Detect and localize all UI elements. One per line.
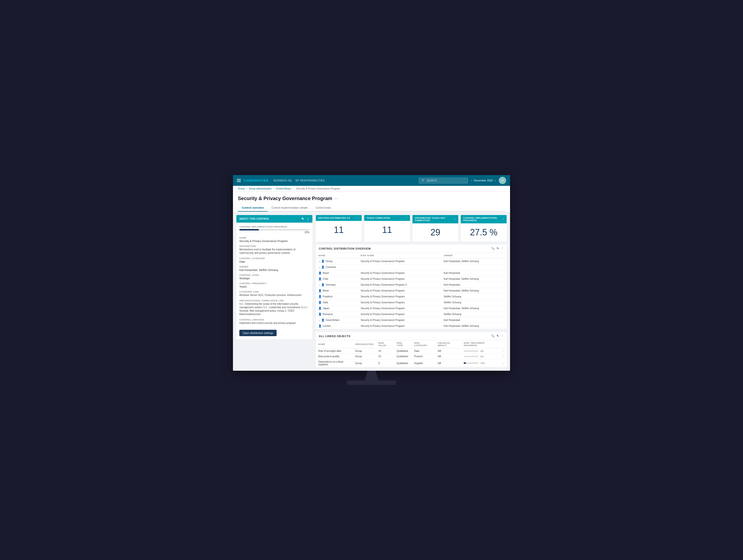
about-card: ABOUT THIS CONTROL ✎ ⋮ CONTROL IMPLEMENT…	[236, 215, 312, 339]
dist-search-icon[interactable]: 🔍	[491, 247, 495, 250]
field-frequency: CONTROL FREQUENCY Yearly	[239, 282, 309, 288]
about-edit-btn[interactable]: ✎	[301, 217, 304, 221]
main-area: ABOUT THIS CONTROL ✎ ⋮ CONTROL IMPLEMENT…	[233, 212, 510, 371]
about-card-actions: ✎ ⋮	[301, 217, 309, 221]
dist-row-risk: Security & Privacy Governance Program	[358, 323, 441, 329]
chevron-icon[interactable]: ⌄	[318, 284, 320, 286]
dist-row-name: Romania	[323, 313, 333, 315]
search-icon: 🔍	[422, 179, 425, 182]
dist-table-row: 👤Frankfurt Security & Privacy Governance…	[316, 294, 507, 300]
linked-options-icon[interactable]: ⋮	[501, 335, 504, 338]
tab-control-implementation[interactable]: Control implementation details	[267, 204, 312, 212]
linked-col-org: ORGANIZATION	[353, 340, 376, 348]
linked-row-name: Bad product-quality	[316, 354, 353, 359]
linked-col-progress: RISK TREATMENT PROGRESS	[461, 340, 499, 348]
page-options-btn[interactable]: ⋯	[334, 196, 338, 201]
dist-row-risk: Security & Privacy Governance Program 3	[358, 282, 441, 288]
field-org-compliance-value: 4.3 - Determining the scope of the infor…	[239, 302, 309, 316]
chevron-icon[interactable]: ⌄	[318, 260, 320, 263]
dist-row-owner: Steffen Schuerg	[441, 300, 507, 305]
nav-links: BUSINESS HQ MY RESPONSIBILITIES	[273, 179, 419, 182]
linked-row-name: Risk of wrongful data	[316, 348, 353, 354]
linked-table-row: Risk of wrongful data Group 16 Qualitati…	[316, 348, 507, 354]
stat-entities-options[interactable]: ⋮	[357, 217, 359, 219]
dist-row-name: Group	[325, 260, 333, 263]
dist-options-icon[interactable]: ⋮	[501, 247, 504, 250]
about-card-title: ABOUT THIS CONTROL	[239, 217, 269, 220]
linked-table-row: Dependency on critical suppliers Group 9…	[316, 359, 507, 367]
field-desc-label: DESCRIPTION	[239, 245, 309, 247]
distribution-header: CONTROL DISTRIBUTION OVERVIEW 🔍 ✎ ⋮	[316, 245, 507, 253]
field-level: CONTROL LEVEL Strategic	[239, 274, 309, 280]
linked-table-row: Bad product-quality Group 15 Qualitative…	[316, 354, 507, 359]
tab-control-overview[interactable]: Control overview	[238, 204, 267, 212]
dist-row-name: Countries	[325, 266, 336, 268]
linked-row-progress-fill	[464, 362, 466, 364]
field-cat-link-value: Windows Server 2012, Production process,…	[239, 294, 309, 297]
search-bar[interactable]: 🔍 SEARCH	[419, 178, 468, 183]
prev-date-btn[interactable]: ‹	[471, 179, 472, 182]
breadcrumb-control-library[interactable]: Control library	[276, 187, 291, 190]
org-icon: 👤	[318, 301, 322, 304]
linked-row-category: Product	[412, 354, 435, 359]
field-org-compliance-label: ORGANIZATIONAL COMPLIANCE LINK	[239, 299, 309, 302]
linked-title: ALL LINKED OBJECTS	[319, 335, 350, 338]
hamburger-menu[interactable]	[237, 179, 241, 182]
linked-row-options[interactable]: ⋮	[499, 348, 507, 354]
chevron-icon[interactable]: ⌄	[318, 266, 320, 268]
stat-completed-value: 11	[364, 221, 410, 239]
linked-objects-card: ALL LINKED OBJECTS 🔍 ✎ ⋮ NAME ORGANIZATI…	[316, 332, 507, 367]
linked-col-impact: FINANCIAL IMPACT	[435, 340, 461, 348]
progress-section: CONTROL IMPLEMENTATION PROGRESS 28%	[239, 225, 309, 234]
dist-row-name: Japan	[323, 307, 329, 310]
dist-table-row: ⌄👤Group Security & Privacy Governance Pr…	[316, 258, 507, 264]
linked-row-type: Qualitative	[394, 359, 411, 367]
breadcrumb-group[interactable]: Group	[238, 187, 245, 190]
user-avatar[interactable]: U	[499, 177, 506, 184]
linked-edit-icon[interactable]: ✎	[496, 335, 499, 338]
dist-row-owner: Karl Horpestad, Steffen Schuerg	[441, 305, 507, 311]
linked-row-name: Dependency on critical suppliers	[316, 359, 353, 367]
stat-impl-options[interactable]: ⋮	[502, 218, 505, 220]
breadcrumb-group-admin[interactable]: Group administration	[249, 187, 272, 190]
breadcrumb-sep-2: ›	[273, 187, 274, 190]
dist-table-row: 👤Chile Security & Privacy Governance Pro…	[316, 276, 507, 282]
open-distribution-btn[interactable]: Open distribution settings	[239, 330, 276, 336]
stat-header-not-completed: DISTRIBUTED TASKS NOT COMPLETED ⋮	[412, 215, 458, 223]
dist-row-name: Frankfurt	[323, 295, 333, 298]
linked-col-type: RISK TYPE	[394, 340, 411, 348]
logo: CORPORATER	[244, 179, 268, 182]
tab-bar: Control overview Control implementation …	[238, 204, 505, 212]
linked-row-options[interactable]: ⋮	[499, 354, 507, 359]
field-level-label: CONTROL LEVEL	[239, 274, 309, 276]
linked-row-options[interactable]: ⋮	[499, 359, 507, 367]
dist-table-row: 👤Japan Security & Privacy Governance Pro…	[316, 305, 507, 311]
dist-row-owner: Steffen Schuerg	[441, 311, 507, 317]
stat-not-completed-options[interactable]: ⋮	[454, 218, 456, 220]
linked-table: NAME ORGANIZATION RISK VALUE RISK TYPE R…	[316, 340, 507, 367]
field-category: CONTROL CATEGORY Data	[239, 257, 309, 263]
linked-col-category: RISK CATEGORY	[412, 340, 435, 348]
monitor-stand	[233, 371, 510, 385]
dist-edit-icon[interactable]: ✎	[496, 247, 499, 250]
field-frequency-label: CONTROL FREQUENCY	[239, 282, 309, 285]
nav-my-responsibilities[interactable]: MY RESPONSIBILITIES	[296, 179, 325, 182]
field-name-label: NAME	[239, 236, 309, 239]
dist-row-name: Chile	[323, 277, 329, 280]
progress-label: CONTROL IMPLEMENTATION PROGRESS	[239, 225, 309, 228]
linked-search-icon[interactable]: 🔍	[491, 335, 495, 338]
dist-row-risk: Security & Privacy Governance Program	[358, 288, 441, 294]
dist-col-name: NAME	[316, 253, 358, 258]
date-nav: ‹ December 2022 ›	[471, 179, 496, 182]
dist-col-risk: RISK NAME	[358, 253, 441, 258]
chevron-icon[interactable]: ⌄	[318, 319, 320, 321]
dist-row-owner: Karl Horpestad, Steffen Schuerg	[441, 258, 507, 264]
tab-control-tests[interactable]: Control tests	[312, 204, 335, 212]
stat-completed-label: TASKS COMPLETED	[366, 217, 390, 219]
stat-card-completed: TASKS COMPLETED ⋮ 11	[364, 215, 410, 242]
stat-completed-options[interactable]: ⋮	[405, 217, 408, 219]
about-options-btn[interactable]: ⋮	[306, 217, 310, 221]
next-date-btn[interactable]: ›	[495, 179, 496, 182]
nav-business-hq[interactable]: BUSINESS HQ	[273, 179, 292, 182]
stat-entities-value: 11	[316, 221, 362, 239]
